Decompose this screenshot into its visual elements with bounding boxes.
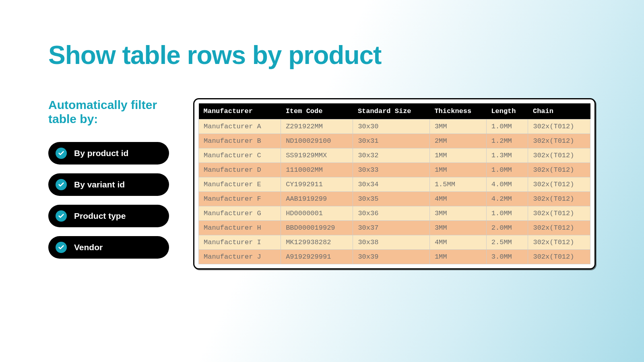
filter-label: By product id xyxy=(74,148,128,158)
table-cell: 3MM xyxy=(429,221,486,235)
table-cell: 302x(T012) xyxy=(528,119,590,134)
table-cell: 1MM xyxy=(429,163,486,177)
table-row: Manufacturer CSS91929MMX30x321MM1.3MM302… xyxy=(199,148,590,163)
check-icon xyxy=(56,242,67,253)
table-cell: 30x30 xyxy=(353,119,430,134)
filter-sidebar: Automatically filter table by: By produc… xyxy=(48,98,169,267)
page-title: Show table rows by product xyxy=(48,40,596,70)
content-row: Automatically filter table by: By produc… xyxy=(48,98,596,269)
filter-label: Vendor xyxy=(74,243,103,252)
check-icon xyxy=(56,179,67,190)
table-cell: MK129938282 xyxy=(281,235,353,250)
products-table-container: Manufacturer Item Code Standard Size Thi… xyxy=(193,98,596,269)
table-row: Manufacturer D1110002MM30x331MM1.0MM302x… xyxy=(199,163,590,177)
table-cell: 30x32 xyxy=(353,148,430,163)
table-cell: Manufacturer G xyxy=(199,206,281,221)
products-table: Manufacturer Item Code Standard Size Thi… xyxy=(198,103,590,264)
table-cell: 1110002MM xyxy=(281,163,353,177)
table-cell: 302x(T012) xyxy=(528,235,590,250)
table-cell: Manufacturer B xyxy=(199,134,281,148)
table-cell: Manufacturer C xyxy=(199,148,281,163)
filter-product-type[interactable]: Product type xyxy=(48,205,169,227)
table-cell: 3.0MM xyxy=(486,250,528,264)
table-cell: Manufacturer E xyxy=(199,177,281,192)
table-cell: 1.0MM xyxy=(486,206,528,221)
table-cell: 4MM xyxy=(429,192,486,206)
filter-by-product-id[interactable]: By product id xyxy=(48,142,169,165)
table-cell: 1.0MM xyxy=(486,119,528,134)
table-row: Manufacturer IMK12993828230x384MM2.5MM30… xyxy=(199,235,590,250)
table-cell: 1MM xyxy=(429,250,486,264)
table-cell: 30x31 xyxy=(353,134,430,148)
filter-vendor[interactable]: Vendor xyxy=(48,236,169,259)
table-cell: Manufacturer J xyxy=(199,250,281,264)
table-row: Manufacturer GHD000000130x363MM1.0MM302x… xyxy=(199,206,590,221)
table-cell: Manufacturer A xyxy=(199,119,281,134)
filter-subtitle: Automatically filter table by: xyxy=(48,98,169,126)
table-cell: 4MM xyxy=(429,235,486,250)
table-cell: 3MM xyxy=(429,119,486,134)
table-row: Manufacturer JA919292999130x391MM3.0MM30… xyxy=(199,250,590,264)
table-cell: AAB1919299 xyxy=(281,192,353,206)
table-cell: 302x(T012) xyxy=(528,163,590,177)
table-cell: 1.2MM xyxy=(486,134,528,148)
table-cell: 302x(T012) xyxy=(528,177,590,192)
table-cell: 302x(T012) xyxy=(528,192,590,206)
col-manufacturer: Manufacturer xyxy=(199,103,281,119)
check-icon xyxy=(56,210,67,222)
table-header-row: Manufacturer Item Code Standard Size Thi… xyxy=(199,103,590,119)
table-cell: 302x(T012) xyxy=(528,250,590,264)
table-cell: HD0000001 xyxy=(281,206,353,221)
table-cell: 30x34 xyxy=(353,177,430,192)
check-icon xyxy=(56,148,67,159)
filter-by-variant-id[interactable]: By variant id xyxy=(48,173,169,196)
table-cell: 1.0MM xyxy=(486,163,528,177)
table-cell: 30x39 xyxy=(353,250,430,264)
table-cell: 4.2MM xyxy=(486,192,528,206)
table-cell: 4.0MM xyxy=(486,177,528,192)
table-cell: BBD000019929 xyxy=(281,221,353,235)
table-cell: 302x(T012) xyxy=(528,148,590,163)
table-cell: 302x(T012) xyxy=(528,134,590,148)
table-cell: 30x37 xyxy=(353,221,430,235)
table-row: Manufacturer BND10002910030x312MM1.2MM30… xyxy=(199,134,590,148)
table-cell: Manufacturer D xyxy=(199,163,281,177)
table-cell: 1.5MM xyxy=(429,177,486,192)
col-length: Length xyxy=(486,103,528,119)
table-cell: 2.0MM xyxy=(486,221,528,235)
table-cell: 1MM xyxy=(429,148,486,163)
col-standard-size: Standard Size xyxy=(353,103,430,119)
table-row: Manufacturer HBBD00001992930x373MM2.0MM3… xyxy=(199,221,590,235)
col-thickness: Thickness xyxy=(429,103,486,119)
table-row: Manufacturer AZ291922MM30x303MM1.0MM302x… xyxy=(199,119,590,134)
filter-label: By variant id xyxy=(74,180,125,189)
table-cell: 30x36 xyxy=(353,206,430,221)
table-row: Manufacturer ECY199291130x341.5MM4.0MM30… xyxy=(199,177,590,192)
table-cell: Manufacturer H xyxy=(199,221,281,235)
col-chain: Chain xyxy=(528,103,590,119)
table-cell: Manufacturer F xyxy=(199,192,281,206)
table-cell: 30x35 xyxy=(353,192,430,206)
col-item-code: Item Code xyxy=(281,103,353,119)
table-cell: A9192929991 xyxy=(281,250,353,264)
table-cell: 302x(T012) xyxy=(528,221,590,235)
table-cell: 302x(T012) xyxy=(528,206,590,221)
table-cell: CY1992911 xyxy=(281,177,353,192)
table-cell: 1.3MM xyxy=(486,148,528,163)
table-cell: Z291922MM xyxy=(281,119,353,134)
table-cell: 30x38 xyxy=(353,235,430,250)
table-cell: 2.5MM xyxy=(486,235,528,250)
table-cell: SS91929MMX xyxy=(281,148,353,163)
filter-label: Product type xyxy=(74,211,126,221)
table-cell: 3MM xyxy=(429,206,486,221)
table-cell: ND100029100 xyxy=(281,134,353,148)
table-cell: Manufacturer I xyxy=(199,235,281,250)
table-row: Manufacturer FAAB191929930x354MM4.2MM302… xyxy=(199,192,590,206)
table-cell: 30x33 xyxy=(353,163,430,177)
table-cell: 2MM xyxy=(429,134,486,148)
